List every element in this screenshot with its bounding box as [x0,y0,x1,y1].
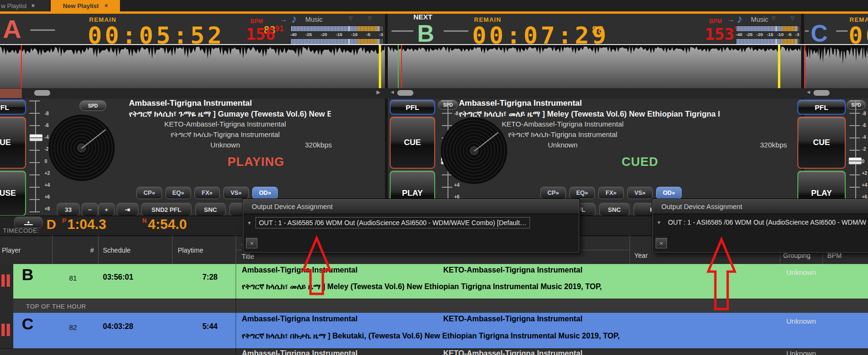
pitch-tick-label: +4 [862,182,867,188]
pitch-tick-label: +6 [45,194,50,200]
fx-button[interactable]: FX» [194,187,220,199]
tab-playlist-1[interactable]: w Playlist × [0,0,49,11]
column-divider [236,264,236,355]
pfl-button[interactable]: PFL [0,100,26,115]
pitch-tick-label: -6 [862,123,867,128]
scroll-left-icon[interactable]: ◄ [806,89,811,95]
playlist-divider-row[interactable]: TOP OF THE HOUR [0,299,868,314]
fx-button[interactable]: CP» [540,187,566,199]
snd2pfl-button[interactable]: SND2 PFL [141,203,192,216]
snc-button[interactable]: SNC [599,203,630,216]
track-title: Ambassel-Tigrigna Instrumental [459,99,582,108]
flow-arrow-icon: → [280,15,287,23]
row-schedule: 04:03:28 [103,322,133,331]
scroll-left-icon[interactable]: ◄ [390,89,395,95]
pitch-slider-handle[interactable] [849,157,862,164]
row-playtime: 7:28 [172,273,218,282]
output-device-option[interactable]: OUT : 1 - ASI6585 /06 WDM Out (AudioScie… [665,217,866,228]
fx-button[interactable]: VS» [223,187,249,199]
header-player[interactable]: Player [2,246,21,254]
popup-close-button[interactable]: × [246,238,257,248]
pitch-slider-handle[interactable] [29,134,43,141]
track-title: Ambassel-Tigrigna Instrumental [129,99,252,108]
playhead-marker [804,45,805,88]
output-device-option[interactable]: OUT : 1 - ASI6585 /06 WDM Out (AudioScie… [256,217,530,228]
scrollbar-thumb[interactable] [397,90,413,96]
header-grouping[interactable]: Grouping [783,252,811,259]
vu-meter-left [290,26,384,32]
track-type-label[interactable]: Music [305,16,323,23]
deck-c-waveform[interactable] [804,45,868,88]
cue-out-marker [778,45,780,88]
tab-playlist-2-active[interactable]: New Playlist × [51,0,120,11]
vu-tick-label: -10 [351,32,358,37]
timecode-p-sup: P [62,217,66,224]
scrollbar-thumb[interactable] [34,90,50,96]
chevron-down-icon[interactable]: ▽ [772,16,776,21]
pitch-tick-label: +4 [45,182,50,188]
vu-tick-label: -20 [320,32,327,37]
divider [30,29,55,31]
track-bitrate: 320kbps [284,141,332,149]
row-player: B [22,265,34,284]
scroll-right-icon[interactable]: ▶ [376,89,380,95]
fx-button[interactable]: OD» [656,187,682,199]
header-title[interactable]: Title [242,253,254,260]
deck-b-waveform[interactable] [388,45,801,88]
vu-tick-label: -15 [767,32,773,37]
vinyl-platter[interactable] [48,115,115,181]
pitch-tick-label: -4 [862,135,867,140]
header-schedule[interactable]: Schedule [103,246,130,254]
output-device-combo[interactable]: ▼ OUT : 1 - ASI6585 /06 WDM Out (AudioSc… [247,217,575,228]
pitch-range-button[interactable]: 33 [57,203,80,216]
fx-button[interactable]: EQ» [569,187,595,199]
chevron-down-icon[interactable]: ▽ [791,16,795,21]
tab-bar [0,0,868,11]
fx-button[interactable]: EQ» [165,187,191,199]
pause-button[interactable]: PAUSE [0,171,26,216]
header-bpm[interactable]: BPM [827,252,841,259]
pitch-tick-label: -2 [862,146,867,152]
row-grouping: Unknown [780,349,822,355]
pitch-plus-button[interactable]: + [98,203,115,216]
vu-tick-label: -25 [305,32,312,37]
tab-label: New Playlist [63,2,99,9]
bpm-display[interactable]: 15691 [246,25,283,44]
frames-display: 88 [592,25,603,36]
cue-button[interactable]: CUE [390,117,435,169]
popup-close-button[interactable]: × [656,238,667,248]
pitch-minus-button[interactable]: − [82,203,98,216]
tab-close-icon[interactable]: × [104,2,108,9]
scrollbar-thumb[interactable] [813,90,830,96]
deck-a-waveform[interactable] [0,45,385,88]
pause-state-icon [1,274,12,287]
spd-button[interactable]: SPD [80,100,106,111]
track-type-label[interactable]: Music [751,16,768,23]
fx-button[interactable]: FX» [598,187,624,199]
fx-button[interactable]: OD» [252,187,278,199]
fx-button[interactable]: VS» [627,187,653,199]
pfl-button[interactable]: PFL [797,100,846,115]
chevron-down-icon[interactable]: ▽ [349,16,353,21]
fader-collapse-button[interactable]: ▲ [14,217,43,228]
vu-tick-label: -15 [336,32,342,37]
playlist-row-partial[interactable] [0,348,868,355]
cue-button[interactable]: CUE [797,117,846,169]
pfl-button[interactable]: PFL [390,100,435,115]
cue-button[interactable]: CUE [0,117,26,169]
fx-button[interactable]: CP» [137,187,162,199]
output-device-popup-b: Output Device Assignment ▼ OUT : 1 - ASI… [652,199,868,253]
header-number[interactable]: # [52,246,94,254]
jump-button[interactable]: ⇥ [117,203,138,216]
chevron-down-icon[interactable]: ▽ [368,16,372,21]
row-artist: Ambassel-Tigrigna Instrumental [242,315,357,323]
playhead-marker [401,45,402,88]
tab-close-icon[interactable]: × [31,2,35,9]
snc-button[interactable]: SNC [195,203,226,216]
row-schedule: 03:56:01 [103,273,133,282]
header-playtime[interactable]: Playtime [178,246,203,254]
header-year[interactable]: Year [634,252,648,259]
track-year: Unknown [456,141,669,149]
output-device-combo[interactable]: ▼ OUT : 1 - ASI6585 /06 WDM Out (AudioSc… [657,217,866,228]
column-divider [172,236,173,264]
